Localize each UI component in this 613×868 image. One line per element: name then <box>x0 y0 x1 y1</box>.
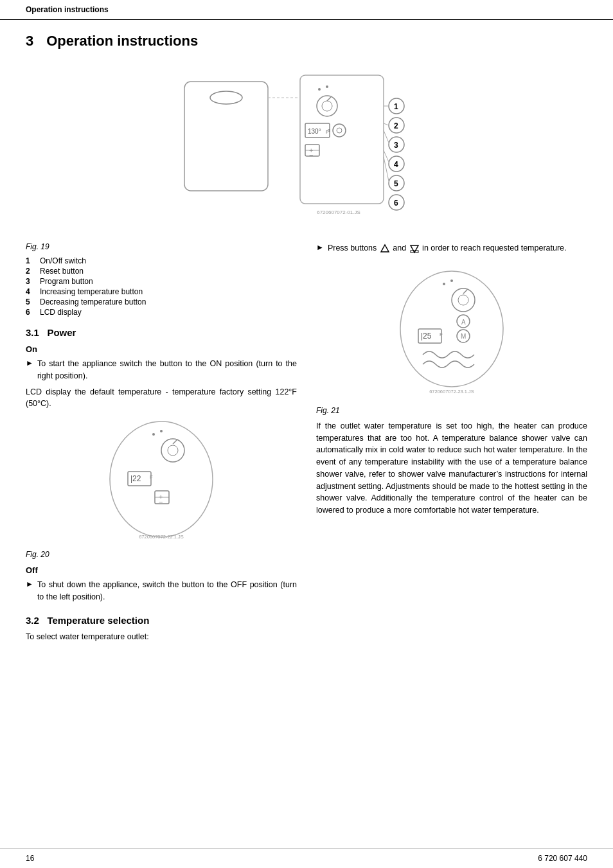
right-column: ► Press buttons and in order to reach re… <box>316 242 587 648</box>
on-note: LCD display the default temperature - te… <box>26 386 297 411</box>
svg-text:6720607072-23.1.JS: 6720607072-23.1.JS <box>429 389 474 394</box>
svg-text:2: 2 <box>394 121 398 130</box>
svg-line-23 <box>384 123 389 125</box>
svg-marker-52 <box>411 245 418 252</box>
svg-point-58 <box>458 295 468 305</box>
svg-line-7 <box>327 97 331 101</box>
svg-point-13 <box>337 128 342 133</box>
svg-text:1: 1 <box>394 102 398 111</box>
two-col-layout: Fig. 19 1 On/Off switch 2 Reset button 3… <box>26 242 587 648</box>
bullet-arrow-icon-right: ► <box>316 243 324 252</box>
svg-point-56 <box>450 279 453 282</box>
svg-point-4 <box>326 85 328 88</box>
fig19-svg: 130° F S + − 1 <box>165 62 448 217</box>
svg-text:|22: |22 <box>130 474 141 483</box>
svg-point-38 <box>152 433 155 436</box>
fig20-svg: |22 F + − 6720607072-22.1.JS <box>97 415 226 544</box>
fig21-container: A |25 F M <box>316 265 587 400</box>
svg-text:|25: |25 <box>421 332 432 341</box>
page: Operation instructions 3 Operation instr… <box>0 0 613 868</box>
off-bullet-text: To shut down the appliance, switch the b… <box>37 579 297 603</box>
bullet-arrow-icon: ► <box>26 359 33 368</box>
svg-point-5 <box>317 96 337 116</box>
list-item: 1 On/Off switch <box>26 256 297 265</box>
svg-line-59 <box>463 290 467 294</box>
svg-point-41 <box>168 445 178 456</box>
svg-point-12 <box>333 124 346 137</box>
press-buttons-text: Press buttons and in order to reach requ… <box>328 242 567 254</box>
svg-text:S: S <box>328 128 330 132</box>
content-area: 3 Operation instructions <box>0 20 613 673</box>
header-text: Operation instructions <box>26 5 109 14</box>
subsection-3-1-title: 3.1 Power <box>26 327 297 338</box>
section-heading: Operation instructions <box>46 33 198 49</box>
svg-point-1 <box>210 91 242 104</box>
footer: 16 6 720 607 440 <box>0 848 613 868</box>
on-bullet: ► To start the appliance switch the butt… <box>26 358 297 382</box>
svg-text:130°: 130° <box>308 128 321 135</box>
section-number: 3 <box>26 33 33 49</box>
fig19-label: Fig. 19 <box>26 242 297 251</box>
off-title: Off <box>26 565 297 575</box>
svg-line-42 <box>173 440 177 444</box>
svg-point-3 <box>318 88 321 91</box>
svg-text:−: − <box>159 498 163 506</box>
bullet-arrow-icon-off: ► <box>26 580 33 589</box>
svg-marker-51 <box>381 245 389 252</box>
fig19-container: 130° F S + − 1 <box>26 62 587 217</box>
down-button-icon <box>409 243 420 254</box>
header-bar: Operation instructions <box>0 0 613 20</box>
svg-text:M: M <box>461 333 466 340</box>
svg-text:−: − <box>309 151 313 159</box>
press-buttons-bullet: ► Press buttons and in order to reach re… <box>316 242 587 254</box>
up-button-icon <box>379 243 391 254</box>
and-word: and <box>393 244 408 252</box>
svg-point-57 <box>452 288 475 312</box>
fig20-container: |22 F + − 6720607072-22.1.JS <box>26 415 297 544</box>
fig19-list: 1 On/Off switch 2 Reset button 3 Program… <box>26 256 297 317</box>
temp-intro: To select water temperature outlet: <box>26 631 297 643</box>
list-item: 4 Increasing temperature button <box>26 287 297 296</box>
svg-point-39 <box>160 430 163 432</box>
svg-point-6 <box>322 101 332 111</box>
svg-text:F: F <box>150 474 153 480</box>
right-col-paragraph: If the outlet water temperature is set t… <box>316 420 587 517</box>
list-item: 2 Reset button <box>26 267 297 276</box>
svg-line-26 <box>384 130 389 143</box>
footer-page-number: 16 <box>26 854 34 863</box>
section-title: 3 Operation instructions <box>26 33 587 49</box>
svg-rect-2 <box>300 75 384 204</box>
svg-text:5: 5 <box>394 179 398 188</box>
subsection-3-2-title: 3.2 Temperature selection <box>26 615 297 626</box>
on-title: On <box>26 344 297 354</box>
svg-point-54 <box>400 271 503 387</box>
on-bullet-text: To start the appliance switch the button… <box>37 358 297 382</box>
svg-text:6720607072-22.1.JS: 6720607072-22.1.JS <box>139 534 184 540</box>
svg-text:6720607072-01.JS: 6720607072-01.JS <box>317 209 360 215</box>
fig21-svg: A |25 F M <box>387 265 516 400</box>
svg-point-37 <box>110 421 213 537</box>
fig20-label: Fig. 20 <box>26 550 297 559</box>
svg-point-40 <box>161 439 184 462</box>
list-item: 3 Program button <box>26 277 297 286</box>
svg-text:4: 4 <box>394 160 398 169</box>
svg-text:F: F <box>440 332 443 337</box>
svg-rect-0 <box>184 82 268 191</box>
fig21-label: Fig. 21 <box>316 406 587 415</box>
off-bullet: ► To shut down the appliance, switch the… <box>26 579 297 603</box>
list-item: 6 LCD display <box>26 308 297 317</box>
list-item: 5 Decreasing temperature button <box>26 297 297 306</box>
svg-point-55 <box>443 283 445 285</box>
svg-text:A: A <box>461 319 466 326</box>
left-column: Fig. 19 1 On/Off switch 2 Reset button 3… <box>26 242 297 648</box>
svg-text:3: 3 <box>394 141 398 150</box>
footer-doc-number: 6 720 607 440 <box>538 854 587 863</box>
svg-text:6: 6 <box>394 199 398 208</box>
